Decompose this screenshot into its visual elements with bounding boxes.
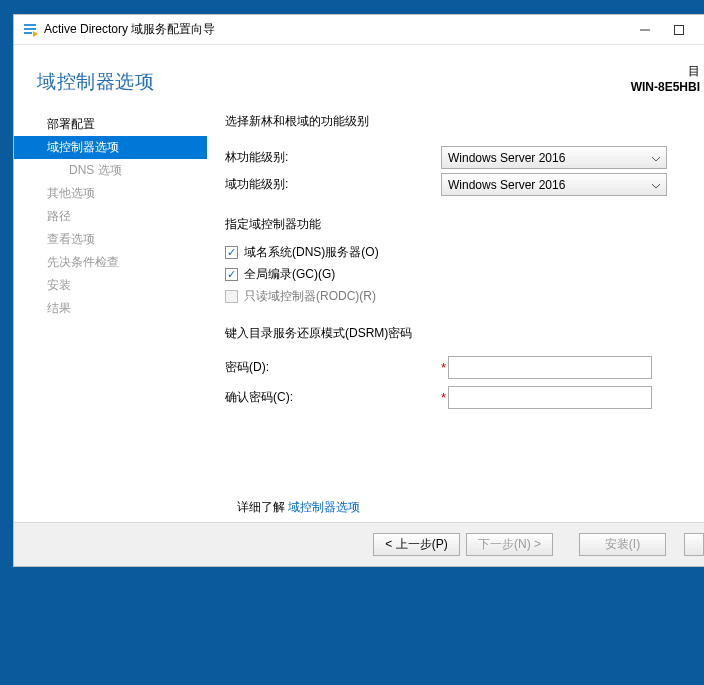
app-icon [22, 22, 38, 38]
sidebar-item-other[interactable]: 其他选项 [14, 182, 207, 205]
domain-level-select[interactable]: Windows Server 2016 [441, 173, 667, 196]
prev-button[interactable]: < 上一步(P) [373, 533, 460, 556]
gc-checkbox[interactable] [225, 268, 238, 281]
svg-rect-1 [24, 28, 36, 30]
sidebar-item-review[interactable]: 查看选项 [14, 228, 207, 251]
more-link-row: 详细了解 域控制器选项 [237, 499, 360, 516]
svg-rect-2 [24, 32, 32, 34]
chevron-down-icon [652, 178, 660, 192]
page-title: 域控制器选项 [37, 69, 668, 95]
title-bar: Active Directory 域服务配置向导 [14, 15, 704, 45]
sidebar-item-dns-options[interactable]: DNS 选项 [14, 159, 207, 182]
target-label: 目 [631, 63, 700, 80]
gc-checkbox-row: 全局编录(GC)(G) [225, 263, 694, 285]
content-pane: 选择新林和根域的功能级别 林功能级别: Windows Server 2016 … [207, 113, 704, 508]
required-star: * [441, 390, 446, 405]
gc-checkbox-label: 全局编录(GC)(G) [244, 266, 335, 283]
confirm-password-field[interactable] [448, 386, 652, 409]
dns-checkbox-row: 域名系统(DNS)服务器(O) [225, 241, 694, 263]
password-row: 密码(D): * [225, 352, 694, 382]
target-server-block: 目 WIN-8E5HBI [631, 63, 700, 94]
rodc-checkbox [225, 290, 238, 303]
cancel-button-partial[interactable] [684, 533, 704, 556]
next-button[interactable]: 下一步(N) > [466, 533, 553, 556]
sidebar-item-paths[interactable]: 路径 [14, 205, 207, 228]
forest-level-select[interactable]: Windows Server 2016 [441, 146, 667, 169]
minimize-button[interactable] [628, 19, 662, 41]
header-area: 域控制器选项 目 WIN-8E5HBI [14, 45, 704, 113]
sidebar-item-install[interactable]: 安装 [14, 274, 207, 297]
domain-level-value: Windows Server 2016 [448, 178, 565, 192]
sidebar-item-results[interactable]: 结果 [14, 297, 207, 320]
body-area: 部署配置 域控制器选项 DNS 选项 其他选项 路径 查看选项 先决条件检查 安… [14, 113, 704, 508]
window-title: Active Directory 域服务配置向导 [44, 21, 628, 38]
password-label: 密码(D): [225, 359, 441, 376]
footer-bar: < 上一步(P) 下一步(N) > 安装(I) [14, 522, 704, 566]
domain-level-row: 域功能级别: Windows Server 2016 [225, 171, 694, 198]
rodc-checkbox-label: 只读域控制器(RODC)(R) [244, 288, 376, 305]
dns-checkbox-label: 域名系统(DNS)服务器(O) [244, 244, 379, 261]
dns-checkbox[interactable] [225, 246, 238, 259]
maximize-button[interactable] [662, 19, 696, 41]
confirm-password-label: 确认密码(C): [225, 389, 441, 406]
sidebar: 部署配置 域控制器选项 DNS 选项 其他选项 路径 查看选项 先决条件检查 安… [14, 113, 207, 508]
wizard-window: Active Directory 域服务配置向导 域控制器选项 目 WIN-8E… [13, 14, 704, 567]
sidebar-item-deploy[interactable]: 部署配置 [14, 113, 207, 136]
svg-rect-4 [675, 25, 684, 34]
chevron-down-icon [652, 151, 660, 165]
required-star: * [441, 360, 446, 375]
func-level-title: 选择新林和根域的功能级别 [225, 113, 694, 130]
sidebar-item-dc-options[interactable]: 域控制器选项 [14, 136, 207, 159]
more-link[interactable]: 域控制器选项 [288, 500, 360, 514]
dsrm-title: 键入目录服务还原模式(DSRM)密码 [225, 325, 694, 342]
forest-level-label: 林功能级别: [225, 149, 441, 166]
forest-level-row: 林功能级别: Windows Server 2016 [225, 144, 694, 171]
install-button[interactable]: 安装(I) [579, 533, 666, 556]
forest-level-value: Windows Server 2016 [448, 151, 565, 165]
svg-rect-0 [24, 24, 36, 26]
more-prefix: 详细了解 [237, 500, 285, 514]
rodc-checkbox-row: 只读域控制器(RODC)(R) [225, 285, 694, 307]
password-field[interactable] [448, 356, 652, 379]
sidebar-item-prereq[interactable]: 先决条件检查 [14, 251, 207, 274]
dc-caps-title: 指定域控制器功能 [225, 216, 694, 233]
target-server-name: WIN-8E5HBI [631, 80, 700, 94]
confirm-password-row: 确认密码(C): * [225, 382, 694, 412]
domain-level-label: 域功能级别: [225, 176, 441, 193]
